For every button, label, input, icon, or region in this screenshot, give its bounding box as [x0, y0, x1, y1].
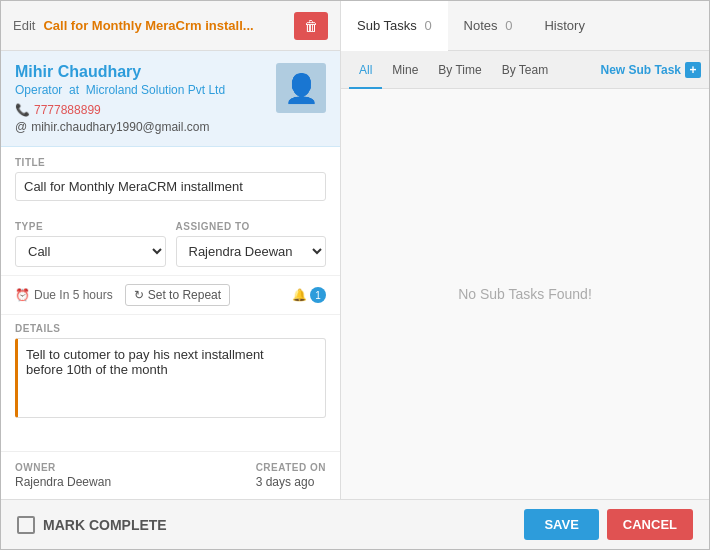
title-label: TITLE — [15, 157, 326, 168]
edit-label: Edit — [13, 18, 35, 33]
subtask-tab-by-time[interactable]: By Time — [428, 51, 491, 89]
repeat-icon: ↻ — [134, 288, 144, 302]
type-assigned-row: TYPE Call Meeting Email Task ASSIGNED TO… — [1, 221, 340, 275]
type-select[interactable]: Call Meeting Email Task — [15, 236, 166, 267]
mark-complete-label: MARK COMPLETE — [43, 517, 167, 533]
avatar-person-icon: 👤 — [284, 72, 319, 105]
assigned-label: ASSIGNED TO — [176, 221, 327, 232]
details-section: DETAILS — [1, 315, 340, 451]
created-label: CREATED ON — [256, 462, 326, 473]
created-value: 3 days ago — [256, 475, 326, 489]
tab-notes[interactable]: Notes 0 — [448, 1, 529, 51]
save-button[interactable]: SAVE — [524, 509, 598, 540]
new-subtask-label: New Sub Task — [601, 63, 681, 77]
contact-phone: 📞 7777888899 — [15, 103, 266, 117]
phone-icon: 📞 — [15, 103, 30, 117]
header-right: Sub Tasks 0 Notes 0 History — [341, 1, 709, 51]
created-block: CREATED ON 3 days ago — [256, 462, 326, 489]
modal-header: Edit Call for Monthly MeraCrm install...… — [1, 1, 709, 51]
new-subtask-button[interactable]: New Sub Task + — [601, 62, 701, 78]
email-icon: @ — [15, 120, 27, 134]
no-tasks-text: No Sub Tasks Found! — [458, 286, 592, 302]
repeat-button[interactable]: ↻ Set to Repeat — [125, 284, 230, 306]
contact-role: Operator at Microland Solution Pvt Ltd — [15, 83, 266, 97]
clock-icon: ⏰ — [15, 288, 30, 302]
title-input[interactable] — [15, 172, 326, 201]
subtask-tab-mine[interactable]: Mine — [382, 51, 428, 89]
mark-complete-icon — [17, 516, 35, 534]
plus-icon: + — [685, 62, 701, 78]
modal-container: Edit Call for Monthly MeraCrm install...… — [0, 0, 710, 550]
mark-complete-button[interactable]: MARK COMPLETE — [17, 516, 167, 534]
task-title: Call for Monthly MeraCrm install... — [43, 18, 286, 33]
owner-value: Rajendra Deewan — [15, 475, 111, 489]
assigned-col: ASSIGNED TO Rajendra Deewan Mihir Chaudh… — [176, 221, 327, 267]
contact-name: Mihir Chaudhary — [15, 63, 266, 81]
right-panel: All Mine By Time By Team New Sub Task + … — [341, 51, 709, 499]
type-col: TYPE Call Meeting Email Task — [15, 221, 166, 267]
title-section: TITLE — [1, 147, 340, 211]
bell-section: 🔔 1 — [292, 287, 326, 303]
owner-row: OWNER Rajendra Deewan CREATED ON 3 days … — [1, 451, 340, 499]
header-left: Edit Call for Monthly MeraCrm install...… — [1, 1, 341, 51]
meta-row: ⏰ Due In 5 hours ↻ Set to Repeat 🔔 1 — [1, 275, 340, 315]
tab-history[interactable]: History — [528, 1, 600, 51]
type-label: TYPE — [15, 221, 166, 232]
contact-section: Mihir Chaudhary Operator at Microland So… — [1, 51, 340, 147]
subtask-tab-by-team[interactable]: By Team — [492, 51, 558, 89]
footer-actions: SAVE CANCEL — [524, 509, 693, 540]
owner-label: OWNER — [15, 462, 111, 473]
delete-button[interactable]: 🗑 — [294, 12, 328, 40]
left-panel: Mihir Chaudhary Operator at Microland So… — [1, 51, 341, 499]
assigned-select[interactable]: Rajendra Deewan Mihir Chaudhary — [176, 236, 327, 267]
owner-block: OWNER Rajendra Deewan — [15, 462, 111, 489]
subtask-content: No Sub Tasks Found! — [341, 89, 709, 499]
modal-footer: MARK COMPLETE SAVE CANCEL — [1, 499, 709, 549]
tab-subtasks[interactable]: Sub Tasks 0 — [341, 1, 448, 51]
subtask-tabs: All Mine By Time By Team New Sub Task + — [341, 51, 709, 89]
notification-badge: 1 — [310, 287, 326, 303]
details-label: DETAILS — [15, 323, 326, 334]
contact-info: Mihir Chaudhary Operator at Microland So… — [15, 63, 266, 134]
avatar: 👤 — [276, 63, 326, 113]
subtask-tab-all[interactable]: All — [349, 51, 382, 89]
details-textarea[interactable] — [15, 338, 326, 418]
contact-email: @ mihir.chaudhary1990@gmail.com — [15, 120, 266, 134]
bell-icon: 🔔 — [292, 288, 307, 302]
due-label: ⏰ Due In 5 hours — [15, 288, 113, 302]
modal-body: Mihir Chaudhary Operator at Microland So… — [1, 51, 709, 499]
cancel-button[interactable]: CANCEL — [607, 509, 693, 540]
